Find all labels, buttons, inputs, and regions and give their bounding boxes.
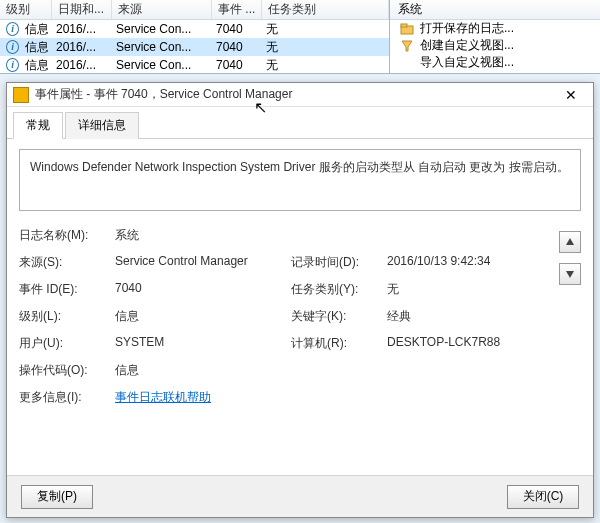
cell-source: Service Con... xyxy=(112,58,212,72)
dialog-body: Windows Defender Network Inspection Syst… xyxy=(7,139,593,489)
lbl-source: 来源(S): xyxy=(19,254,109,271)
prev-event-button[interactable] xyxy=(559,231,581,253)
lbl-keywords: 关键字(K): xyxy=(291,308,381,325)
val-keywords: 经典 xyxy=(387,308,581,325)
table-row[interactable]: i信息 2016/... Service Con... 7040 无 xyxy=(0,20,389,38)
svg-marker-3 xyxy=(566,238,574,245)
lbl-user: 用户(U): xyxy=(19,335,109,352)
col-eventid[interactable]: 事件 ... xyxy=(212,0,262,19)
online-help-link[interactable]: 事件日志联机帮助 xyxy=(115,390,211,404)
cell-eventid: 7040 xyxy=(212,40,262,54)
val-logged: 2016/10/13 9:42:34 xyxy=(387,254,581,271)
cell-eventid: 7040 xyxy=(212,58,262,72)
next-event-button[interactable] xyxy=(559,263,581,285)
close-icon[interactable]: ✕ xyxy=(555,87,587,103)
tabs: 常规 详细信息 xyxy=(7,107,593,139)
info-icon: i xyxy=(6,22,19,36)
lbl-computer: 计算机(R): xyxy=(291,335,381,352)
event-details-grid: 日志名称(M): 系统 来源(S): Service Control Manag… xyxy=(19,227,581,406)
app-icon xyxy=(13,87,29,103)
lbl-eventid: 事件 ID(E): xyxy=(19,281,109,298)
button-bar: 复制(P) 关闭(C) xyxy=(7,475,593,517)
table-row[interactable]: i信息 2016/... Service Con... 7040 无 xyxy=(0,38,389,56)
val-computer: DESKTOP-LCK7R88 xyxy=(387,335,581,352)
tab-details[interactable]: 详细信息 xyxy=(65,112,139,139)
cell-level: 信息 xyxy=(21,21,48,38)
val-user: SYSTEM xyxy=(115,335,285,352)
lbl-level: 级别(L): xyxy=(19,308,109,325)
tab-general[interactable]: 常规 xyxy=(13,112,63,139)
info-icon: i xyxy=(6,40,19,54)
titlebar[interactable]: 事件属性 - 事件 7040，Service Control Manager ✕ xyxy=(7,83,593,107)
close-button[interactable]: 关闭(C) xyxy=(507,485,579,509)
action-import-custom-view[interactable]: 导入自定义视图... xyxy=(390,54,600,71)
val-eventid: 7040 xyxy=(115,281,285,298)
svg-marker-2 xyxy=(402,41,412,51)
actions-pane: 系统 打开保存的日志... 创建自定义视图... 导入自定义视图... xyxy=(390,0,600,73)
col-level[interactable]: 级别 xyxy=(0,0,52,19)
action-open-saved-log[interactable]: 打开保存的日志... xyxy=(390,20,600,37)
lbl-logged: 记录时间(D): xyxy=(291,254,381,271)
folder-icon xyxy=(400,22,414,36)
cell-source: Service Con... xyxy=(112,40,212,54)
action-create-custom-view[interactable]: 创建自定义视图... xyxy=(390,37,600,54)
col-task[interactable]: 任务类别 xyxy=(262,0,389,19)
cell-date: 2016/... xyxy=(52,22,112,36)
val-taskcat: 无 xyxy=(387,281,581,298)
val-level: 信息 xyxy=(115,308,285,325)
table-row[interactable]: i信息 2016/... Service Con... 7040 无 xyxy=(0,56,389,74)
cell-task: 无 xyxy=(262,21,389,38)
cell-source: Service Con... xyxy=(112,22,212,36)
table-header: 级别 日期和... 来源 事件 ... 任务类别 xyxy=(0,0,389,20)
event-table: 级别 日期和... 来源 事件 ... 任务类别 i信息 2016/... Se… xyxy=(0,0,390,73)
actions-header: 系统 xyxy=(390,0,600,20)
event-message: Windows Defender Network Inspection Syst… xyxy=(19,149,581,211)
lbl-moreinfo: 更多信息(I): xyxy=(19,389,109,406)
lbl-taskcat: 任务类别(Y): xyxy=(291,281,381,298)
lbl-opcode: 操作代码(O): xyxy=(19,362,109,379)
dialog-title: 事件属性 - 事件 7040，Service Control Manager xyxy=(35,86,555,103)
action-label: 导入自定义视图... xyxy=(420,54,514,71)
lbl-logname: 日志名称(M): xyxy=(19,227,109,244)
nav-arrows xyxy=(559,231,581,285)
svg-marker-4 xyxy=(566,271,574,278)
cell-level: 信息 xyxy=(21,39,48,56)
val-source: Service Control Manager xyxy=(115,254,285,271)
cell-task: 无 xyxy=(262,39,389,56)
event-properties-dialog: 事件属性 - 事件 7040，Service Control Manager ✕… xyxy=(6,82,594,518)
col-date[interactable]: 日期和... xyxy=(52,0,112,19)
val-opcode: 信息 xyxy=(115,362,285,379)
cell-level: 信息 xyxy=(21,57,48,74)
action-label: 创建自定义视图... xyxy=(420,37,514,54)
action-label: 打开保存的日志... xyxy=(420,20,514,37)
cell-task: 无 xyxy=(262,57,389,74)
cell-eventid: 7040 xyxy=(212,22,262,36)
import-icon xyxy=(400,56,414,70)
svg-rect-1 xyxy=(401,24,407,27)
copy-button[interactable]: 复制(P) xyxy=(21,485,93,509)
filter-icon xyxy=(400,39,414,53)
cell-date: 2016/... xyxy=(52,40,112,54)
event-list: 级别 日期和... 来源 事件 ... 任务类别 i信息 2016/... Se… xyxy=(0,0,600,74)
col-source[interactable]: 来源 xyxy=(112,0,212,19)
val-logname: 系统 xyxy=(115,227,285,244)
cell-date: 2016/... xyxy=(52,58,112,72)
info-icon: i xyxy=(6,58,19,72)
